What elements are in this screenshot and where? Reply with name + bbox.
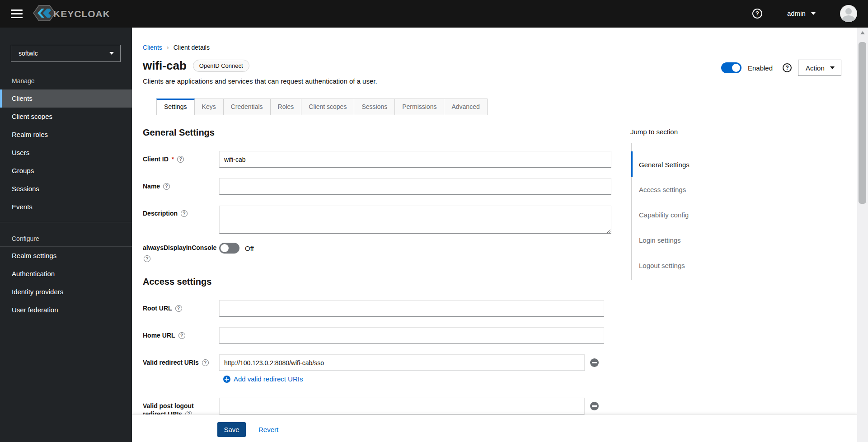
section-access-settings: Access settings bbox=[143, 277, 211, 287]
plus-circle-icon bbox=[223, 376, 230, 383]
sidebar-item-groups[interactable]: Groups bbox=[0, 162, 132, 180]
remove-post-logout-uri-button[interactable] bbox=[590, 402, 599, 410]
protocol-badge: OpenID Connect bbox=[193, 60, 249, 72]
tab-roles[interactable]: Roles bbox=[271, 99, 302, 115]
sidebar-item-realm-roles[interactable]: Realm roles bbox=[0, 126, 132, 144]
scroll-up-icon[interactable] bbox=[860, 31, 865, 34]
tab-credentials[interactable]: Credentials bbox=[224, 99, 271, 115]
client-id-input[interactable] bbox=[219, 151, 611, 168]
revert-button[interactable]: Revert bbox=[258, 426, 278, 433]
home-url-label: Home URL ? bbox=[143, 332, 185, 339]
sidebar-item-users[interactable]: Users bbox=[0, 144, 132, 162]
valid-redirect-uris-label: Valid redirect URIs ? bbox=[143, 359, 209, 366]
jump-item-login-settings[interactable]: Login settings bbox=[639, 236, 681, 244]
breadcrumb-clients-link[interactable]: Clients bbox=[143, 44, 162, 51]
help-icon[interactable]: ? bbox=[163, 183, 170, 190]
enabled-label: Enabled bbox=[748, 64, 773, 72]
jump-to-section-list: General Settings Access settings Capabil… bbox=[631, 143, 735, 280]
valid-redirect-uri-input[interactable] bbox=[219, 354, 585, 371]
chevron-right-icon: › bbox=[167, 43, 169, 51]
tab-advanced[interactable]: Advanced bbox=[444, 99, 487, 115]
name-input[interactable] bbox=[219, 178, 611, 195]
always-display-toggle[interactable] bbox=[219, 243, 239, 254]
jump-item-access-settings[interactable]: Access settings bbox=[639, 186, 686, 193]
page-description: Clients are applications and services th… bbox=[143, 77, 377, 85]
tab-sessions[interactable]: Sessions bbox=[354, 99, 395, 115]
home-url-input[interactable] bbox=[219, 327, 604, 344]
sidebar-item-authentication[interactable]: Authentication bbox=[0, 265, 132, 283]
root-url-input[interactable] bbox=[219, 300, 604, 317]
top-bar: KEYCLOAK ? admin bbox=[0, 0, 868, 28]
jump-item-general-settings[interactable]: General Settings bbox=[639, 161, 690, 169]
user-menu[interactable]: admin bbox=[787, 9, 816, 17]
tab-bar: Settings Keys Credentials Roles Client s… bbox=[156, 99, 488, 115]
post-logout-label-line1: Valid post logout bbox=[143, 402, 194, 409]
action-dropdown-label: Action bbox=[806, 64, 825, 72]
client-id-label: Client ID * ? bbox=[143, 155, 184, 163]
jump-item-logout-settings[interactable]: Logout settings bbox=[639, 262, 685, 269]
help-icon[interactable]: ? bbox=[181, 210, 188, 217]
save-button[interactable]: Save bbox=[217, 422, 246, 437]
name-label: Name ? bbox=[143, 183, 170, 190]
realm-name: softwlc bbox=[19, 50, 38, 57]
section-general-settings: General Settings bbox=[143, 127, 215, 138]
nav-group-configure: Configure bbox=[0, 222, 132, 246]
tab-settings[interactable]: Settings bbox=[156, 99, 195, 115]
tab-client-scopes[interactable]: Client scopes bbox=[301, 99, 354, 115]
keycloak-admin-console: KEYCLOAK ? admin softwlc Manage Clients … bbox=[0, 0, 868, 442]
help-icon[interactable]: ? bbox=[175, 305, 182, 312]
keycloak-logo[interactable]: KEYCLOAK bbox=[33, 5, 110, 23]
post-logout-uri-input[interactable] bbox=[219, 398, 585, 414]
form-footer: Save Revert bbox=[132, 414, 857, 442]
root-url-label: Root URL ? bbox=[143, 305, 182, 312]
chevron-down-icon bbox=[830, 66, 835, 69]
sidebar-item-client-scopes[interactable]: Client scopes bbox=[0, 108, 132, 126]
action-dropdown[interactable]: Action bbox=[798, 60, 841, 76]
sidebar-item-realm-settings[interactable]: Realm settings bbox=[0, 247, 132, 265]
avatar[interactable] bbox=[840, 5, 857, 22]
vertical-scrollbar[interactable] bbox=[857, 28, 868, 442]
jump-item-capability-config[interactable]: Capability config bbox=[639, 211, 689, 219]
help-icon[interactable]: ? bbox=[752, 9, 762, 19]
jump-active-indicator bbox=[631, 151, 633, 177]
nav-group-manage: Manage bbox=[0, 76, 132, 86]
always-display-label: alwaysDisplayInConsole bbox=[143, 244, 216, 251]
description-textarea[interactable] bbox=[219, 206, 611, 234]
enabled-toggle[interactable] bbox=[721, 62, 741, 73]
brand-name: KEYCLOAK bbox=[53, 9, 110, 19]
keycloak-logo-icon bbox=[33, 4, 56, 24]
jump-to-section-title: Jump to section bbox=[630, 128, 678, 136]
chevron-down-icon bbox=[811, 12, 816, 15]
sidebar-item-identity-providers[interactable]: Identity providers bbox=[0, 283, 132, 301]
always-display-state: Off bbox=[245, 245, 254, 252]
breadcrumb: Clients › Client details bbox=[143, 43, 210, 51]
help-icon[interactable]: ? bbox=[202, 359, 209, 366]
description-label: Description ? bbox=[143, 210, 188, 217]
tab-permissions[interactable]: Permissions bbox=[395, 99, 444, 115]
breadcrumb-current: Client details bbox=[174, 44, 210, 51]
help-icon[interactable]: ? bbox=[783, 63, 792, 72]
tab-keys[interactable]: Keys bbox=[195, 99, 224, 115]
sidebar-item-clients[interactable]: Clients bbox=[0, 89, 132, 108]
sidebar-nav: Manage Clients Client scopes Realm roles… bbox=[0, 76, 132, 319]
help-icon[interactable]: ? bbox=[144, 255, 150, 262]
help-icon[interactable]: ? bbox=[177, 156, 184, 163]
chevron-down-icon bbox=[109, 52, 114, 55]
username: admin bbox=[787, 9, 806, 17]
page-title: wifi-cab bbox=[143, 59, 187, 73]
help-icon[interactable]: ? bbox=[178, 332, 185, 339]
required-asterisk: * bbox=[172, 155, 174, 163]
scrollbar-thumb[interactable] bbox=[859, 42, 866, 204]
sidebar-item-user-federation[interactable]: User federation bbox=[0, 301, 132, 319]
hamburger-menu-icon[interactable] bbox=[11, 9, 23, 18]
sidebar: softwlc Manage Clients Client scopes Rea… bbox=[0, 28, 132, 442]
sidebar-item-sessions[interactable]: Sessions bbox=[0, 180, 132, 198]
remove-redirect-uri-button[interactable] bbox=[590, 358, 599, 367]
sidebar-item-events[interactable]: Events bbox=[0, 198, 132, 216]
add-redirect-uri-link[interactable]: Add valid redirect URIs bbox=[223, 375, 303, 383]
realm-selector[interactable]: softwlc bbox=[11, 45, 121, 62]
